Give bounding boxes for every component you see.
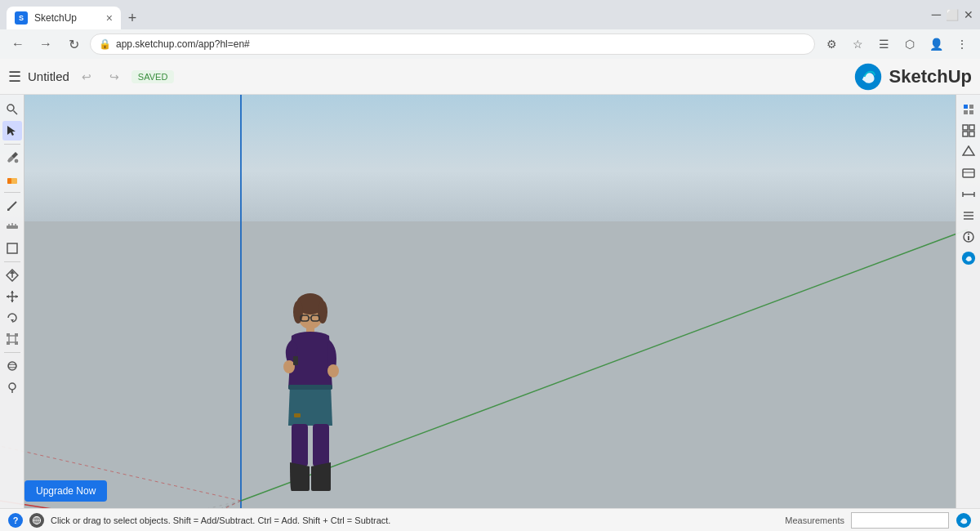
svg-point-52 — [8, 364, 16, 368]
separator-3 — [4, 261, 20, 262]
new-tab-button[interactable]: + — [121, 7, 144, 29]
svg-marker-42 — [11, 300, 14, 302]
measurements-input[interactable] — [851, 512, 949, 529]
left-toolbar — [0, 95, 24, 508]
position-tool[interactable] — [2, 377, 22, 397]
eraser-tool[interactable] — [2, 169, 22, 189]
orbit-tool[interactable] — [2, 356, 22, 376]
restore-button[interactable]: ⬜ — [946, 9, 959, 21]
materials-panel-button[interactable] — [959, 142, 978, 162]
outliner-panel-button[interactable] — [959, 206, 978, 225]
human-figure — [274, 291, 347, 491]
address-bar[interactable]: 🔒 app.sketchup.com/app?hl=en# — [90, 33, 815, 55]
browser-chrome: S SketchUp × + ─ ⬜ ✕ — [0, 0, 980, 29]
svg-rect-60 — [969, 125, 974, 130]
svg-point-53 — [9, 383, 16, 390]
svg-rect-57 — [964, 110, 968, 114]
svg-point-51 — [8, 362, 16, 370]
sketchup-panel-button[interactable] — [959, 248, 978, 268]
svg-rect-19 — [292, 424, 308, 466]
tab-favicon: S — [15, 11, 28, 25]
search-tool[interactable] — [2, 100, 22, 119]
scenes-panel-button[interactable] — [959, 163, 978, 183]
sketchup-logo-icon — [853, 62, 883, 91]
svg-rect-28 — [7, 178, 11, 184]
dimensions-panel-button[interactable] — [959, 185, 978, 204]
extension-button[interactable]: ⬡ — [898, 33, 921, 56]
tab-title: SketchUp — [34, 12, 77, 24]
nav-actions: ⚙ ☆ ☰ ⬡ 👤 ⋮ — [820, 33, 973, 56]
svg-rect-55 — [964, 105, 968, 109]
tape-measure-tool[interactable] — [2, 217, 22, 237]
sky — [0, 95, 980, 221]
redo-button[interactable]: ↪ — [104, 66, 125, 87]
undo-button[interactable]: ↩ — [76, 66, 97, 87]
svg-marker-44 — [16, 295, 18, 298]
svg-rect-20 — [313, 424, 329, 466]
sketchup-logo: SketchUp — [853, 62, 972, 91]
svg-rect-47 — [7, 333, 10, 337]
svg-point-23 — [7, 105, 14, 111]
svg-rect-48 — [15, 333, 18, 337]
menu-button[interactable]: ⋮ — [951, 33, 973, 56]
history-button[interactable]: ☰ — [872, 33, 895, 56]
tab-strip: S SketchUp × + — [7, 0, 144, 29]
upgrade-now-button[interactable]: Upgrade Now — [24, 480, 107, 502]
svg-marker-63 — [963, 146, 974, 155]
svg-rect-50 — [15, 341, 18, 345]
geo-location-button[interactable] — [29, 513, 44, 528]
file-title: Untitled — [28, 69, 69, 83]
refresh-button[interactable]: ↻ — [62, 33, 85, 56]
right-toolbar — [956, 95, 980, 508]
select-tool[interactable] — [2, 121, 22, 141]
svg-rect-49 — [7, 341, 10, 345]
svg-point-74 — [968, 234, 969, 235]
rotate-tool[interactable] — [2, 308, 22, 328]
url-text: app.sketchup.com/app?hl=en# — [116, 38, 250, 50]
forward-button[interactable]: → — [34, 33, 57, 56]
help-button[interactable]: ? — [8, 513, 23, 528]
svg-point-18 — [327, 364, 339, 377]
paint-bucket-tool[interactable] — [2, 148, 22, 167]
saved-badge: SAVED — [131, 70, 174, 83]
svg-rect-46 — [9, 336, 16, 342]
separator-1 — [4, 144, 20, 145]
shape-tool[interactable] — [2, 239, 22, 258]
svg-marker-43 — [7, 295, 9, 298]
entity-info-panel-button[interactable] — [959, 227, 978, 247]
viewport[interactable]: Upgrade Now — [0, 95, 980, 508]
measurements-label: Measurements — [785, 515, 844, 525]
status-sketchup-icon — [956, 512, 972, 529]
svg-point-26 — [15, 159, 18, 163]
minimize-button[interactable]: ─ — [932, 7, 941, 22]
bookmark-button[interactable]: ☆ — [846, 33, 869, 56]
lock-icon: 🔒 — [99, 38, 111, 50]
separator-4 — [4, 352, 20, 353]
components-panel-button[interactable] — [959, 121, 978, 141]
back-button[interactable]: ← — [7, 33, 29, 56]
svg-rect-17 — [293, 356, 298, 365]
svg-marker-25 — [7, 126, 16, 136]
logo-text: SketchUp — [889, 66, 972, 87]
svg-rect-62 — [969, 132, 974, 136]
move-tool[interactable] — [2, 287, 22, 306]
active-tab[interactable]: S SketchUp × — [7, 7, 121, 29]
svg-rect-61 — [963, 132, 968, 136]
svg-marker-41 — [11, 291, 14, 293]
pushpull-tool[interactable] — [2, 266, 22, 285]
hamburger-menu[interactable]: ☰ — [8, 68, 21, 86]
pencil-tool[interactable] — [2, 196, 22, 216]
scale-tool[interactable] — [2, 329, 22, 349]
profile-button[interactable]: 👤 — [924, 33, 947, 56]
tab-close-button[interactable]: × — [106, 11, 113, 25]
styles-panel-button[interactable] — [959, 100, 978, 119]
svg-rect-35 — [7, 243, 17, 253]
status-bar: ? Click or drag to select objects. Shift… — [0, 508, 980, 531]
status-text: Click or drag to select objects. Shift =… — [51, 515, 778, 525]
svg-rect-59 — [963, 125, 968, 130]
close-button[interactable]: ✕ — [964, 8, 973, 21]
settings-button[interactable]: ⚙ — [820, 33, 843, 56]
svg-rect-58 — [969, 110, 973, 114]
svg-line-29 — [8, 202, 16, 210]
svg-point-16 — [283, 360, 295, 373]
